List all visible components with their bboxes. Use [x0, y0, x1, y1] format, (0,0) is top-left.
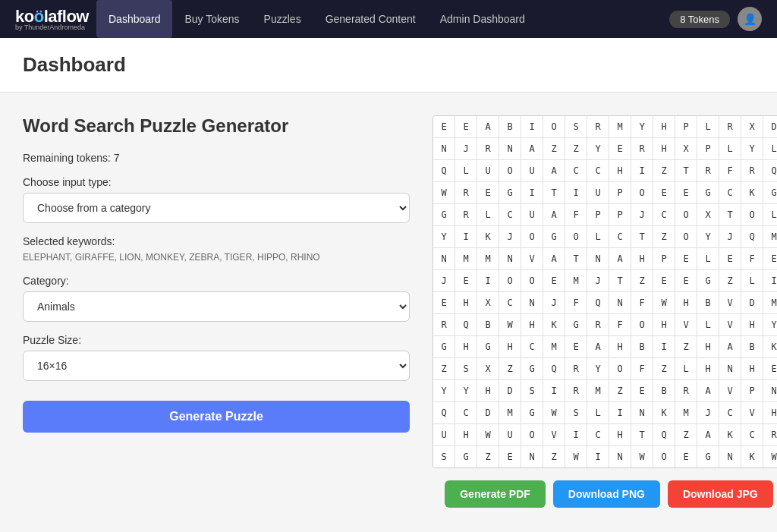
nav-puzzles[interactable]: Puzzles: [252, 0, 313, 38]
puzzle-cell: D: [741, 292, 763, 313]
puzzle-cell: S: [521, 380, 543, 401]
puzzle-cell: H: [499, 336, 521, 357]
puzzle-cell: Z: [477, 446, 499, 467]
nav-generated-content[interactable]: Generated Content: [313, 0, 428, 38]
nav-links: Dashboard Buy Tokens Puzzles Generated C…: [96, 0, 537, 38]
puzzle-cell: G: [697, 270, 719, 291]
input-type-select[interactable]: Choose from a category: [23, 193, 410, 223]
nav-dashboard[interactable]: Dashboard: [96, 0, 173, 38]
puzzle-cell: G: [565, 314, 587, 335]
puzzle-cell: H: [455, 292, 477, 313]
puzzle-cell: W: [543, 402, 565, 423]
puzzle-cell: H: [609, 424, 631, 445]
puzzle-cell: L: [477, 204, 499, 225]
puzzle-cell: H: [763, 402, 777, 423]
puzzle-cell: N: [609, 446, 631, 467]
puzzle-cell: G: [433, 336, 455, 357]
download-png-button[interactable]: Download PNG: [553, 480, 660, 508]
puzzle-cell: A: [521, 138, 543, 159]
nav-buy-tokens[interactable]: Buy Tokens: [172, 0, 251, 38]
puzzle-cell: Y: [455, 380, 477, 401]
puzzle-cell: A: [543, 204, 565, 225]
puzzle-cell: J: [455, 138, 477, 159]
generate-puzzle-button[interactable]: Generate Puzzle: [23, 401, 410, 433]
puzzle-cell: R: [719, 116, 741, 137]
puzzle-cell: B: [653, 380, 675, 401]
tokens-badge[interactable]: 8 Tokens: [669, 11, 730, 28]
puzzle-cell: A: [543, 160, 565, 181]
puzzle-grid: EEABIOSRMYHPLRXDNJRNAZZYERHXPLYLQLUOUACC…: [433, 115, 777, 468]
category-select[interactable]: Animals Sports Countries Food Colors: [23, 291, 410, 322]
logo[interactable]: koölaflow by ThunderAndromeda: [15, 7, 89, 31]
puzzle-cell: A: [587, 336, 609, 357]
puzzle-cell: L: [741, 270, 763, 291]
page-title: Dashboard: [23, 53, 754, 77]
puzzle-cell: X: [741, 116, 763, 137]
puzzle-cell: A: [477, 116, 499, 137]
puzzle-cell: W: [499, 314, 521, 335]
puzzle-cell: V: [719, 380, 741, 401]
puzzle-cell: G: [543, 226, 565, 247]
puzzle-cell: K: [477, 226, 499, 247]
puzzle-cell: C: [719, 182, 741, 203]
puzzle-cell: Y: [433, 380, 455, 401]
puzzle-cell: P: [653, 248, 675, 269]
puzzle-cell: G: [499, 182, 521, 203]
puzzle-cell: H: [741, 314, 763, 335]
puzzle-cell: T: [543, 182, 565, 203]
puzzle-cell: C: [499, 292, 521, 313]
puzzle-cell: I: [455, 226, 477, 247]
puzzle-cell: H: [697, 358, 719, 379]
nav-admin-dashboard[interactable]: Admin Dashboard: [428, 0, 537, 38]
puzzle-cell: I: [565, 182, 587, 203]
puzzle-cell: R: [455, 182, 477, 203]
puzzle-cell: R: [697, 160, 719, 181]
download-jpg-button[interactable]: Download JPG: [668, 480, 773, 508]
puzzle-cell: N: [719, 446, 741, 467]
puzzle-cell: C: [499, 204, 521, 225]
puzzle-cell: Z: [565, 138, 587, 159]
puzzle-cell: V: [521, 248, 543, 269]
puzzle-cell: Q: [455, 314, 477, 335]
puzzle-buttons: Generate PDF Download PNG Download JPG: [433, 480, 777, 508]
puzzle-cell: N: [433, 248, 455, 269]
puzzle-cell: P: [697, 138, 719, 159]
puzzle-cell: Q: [433, 402, 455, 423]
puzzle-size-select[interactable]: 16×16 12×12 10×10 20×20: [23, 351, 410, 381]
puzzle-cell: J: [719, 226, 741, 247]
puzzle-cell: A: [697, 424, 719, 445]
puzzle-cell: K: [719, 424, 741, 445]
navbar: koölaflow by ThunderAndromeda Dashboard …: [0, 0, 777, 38]
puzzle-cell: Z: [631, 270, 653, 291]
puzzle-cell: G: [697, 182, 719, 203]
puzzle-cell: G: [455, 446, 477, 467]
puzzle-cell: R: [455, 204, 477, 225]
puzzle-cell: F: [741, 248, 763, 269]
puzzle-cell: Q: [653, 424, 675, 445]
puzzle-cell: E: [719, 248, 741, 269]
puzzle-cell: H: [455, 424, 477, 445]
puzzle-cell: Z: [653, 226, 675, 247]
puzzle-cell: G: [521, 402, 543, 423]
puzzle-cell: X: [477, 358, 499, 379]
keywords-label: Selected keywords:: [23, 235, 410, 247]
generate-pdf-button[interactable]: Generate PDF: [445, 480, 546, 508]
puzzle-cell: W: [433, 182, 455, 203]
puzzle-cell: W: [477, 424, 499, 445]
puzzle-cell: N: [609, 292, 631, 313]
puzzle-cell: H: [653, 116, 675, 137]
puzzle-cell: F: [631, 358, 653, 379]
puzzle-cell: Y: [741, 138, 763, 159]
puzzle-cell: O: [499, 160, 521, 181]
puzzle-cell: J: [499, 226, 521, 247]
puzzle-cell: Q: [741, 226, 763, 247]
puzzle-cell: M: [609, 116, 631, 137]
puzzle-cell: Z: [499, 358, 521, 379]
avatar[interactable]: 👤: [738, 7, 762, 31]
puzzle-cell: F: [565, 204, 587, 225]
puzzle-cell: Y: [587, 358, 609, 379]
puzzle-cell: M: [455, 248, 477, 269]
puzzle-cell: Q: [587, 292, 609, 313]
puzzle-cell: M: [763, 292, 777, 313]
puzzle-cell: R: [433, 314, 455, 335]
